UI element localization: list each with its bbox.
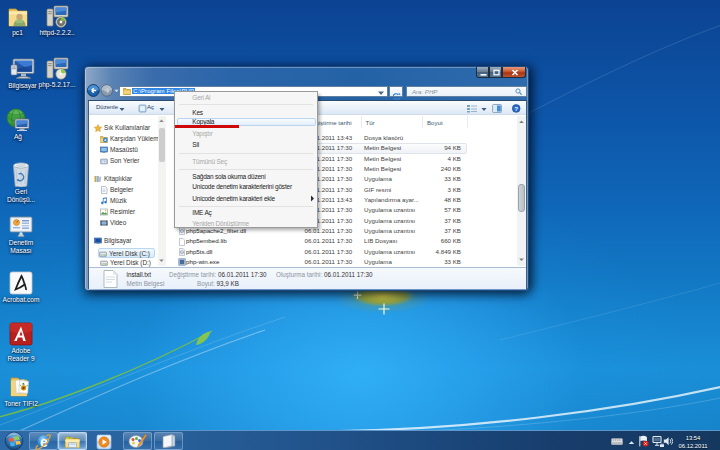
svg-text:?: ? [514, 104, 518, 111]
